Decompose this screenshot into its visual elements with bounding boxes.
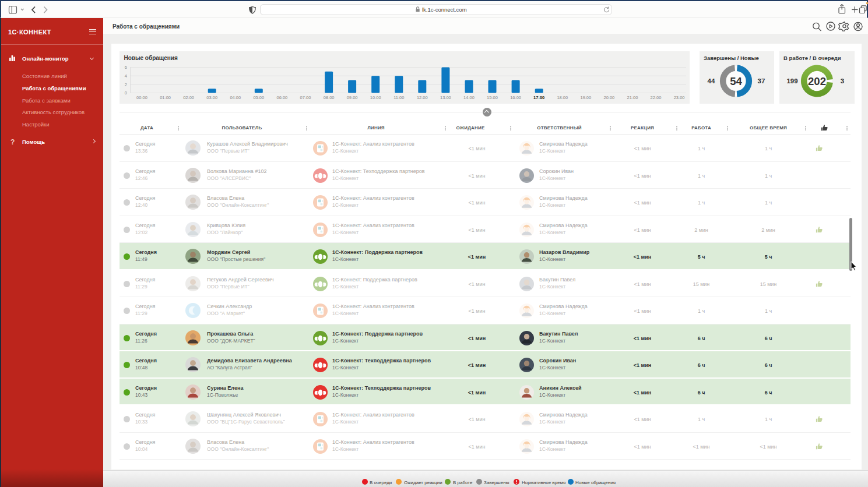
svg-text:202: 202 [808, 75, 826, 87]
svg-text:03:00: 03:00 [206, 95, 217, 100]
svg-text:08:00: 08:00 [324, 95, 335, 100]
svg-text:37: 37 [758, 77, 765, 84]
svg-text:22:00: 22:00 [651, 95, 662, 100]
svg-text:09:00: 09:00 [347, 95, 358, 100]
svg-text:02:00: 02:00 [183, 95, 194, 100]
svg-text:01:00: 01:00 [160, 95, 171, 100]
svg-text:07:00: 07:00 [300, 95, 311, 100]
svg-text:3: 3 [841, 77, 844, 84]
svg-text:199: 199 [786, 77, 797, 84]
svg-text:17:00: 17:00 [533, 95, 544, 100]
svg-text:2: 2 [125, 82, 127, 87]
svg-text:21:00: 21:00 [627, 95, 638, 100]
svg-text:06:00: 06:00 [277, 95, 288, 100]
svg-text:4: 4 [125, 73, 127, 79]
svg-text:16:00: 16:00 [510, 95, 521, 100]
svg-text:14:00: 14:00 [463, 95, 475, 100]
svg-text:11:00: 11:00 [393, 95, 404, 100]
svg-text:12:00: 12:00 [417, 95, 428, 100]
svg-text:05:00: 05:00 [253, 95, 264, 100]
svg-text:10:00: 10:00 [370, 95, 381, 100]
svg-text:00:00: 00:00 [136, 95, 147, 100]
svg-text:20:00: 20:00 [604, 95, 615, 100]
svg-text:44: 44 [708, 77, 715, 84]
svg-text:0: 0 [125, 90, 127, 96]
svg-text:54: 54 [730, 75, 742, 87]
svg-text:19:00: 19:00 [580, 95, 591, 100]
svg-text:13:00: 13:00 [440, 95, 451, 100]
svg-text:18:00: 18:00 [557, 95, 568, 100]
svg-text:04:00: 04:00 [230, 95, 241, 100]
svg-text:6: 6 [125, 65, 127, 70]
svg-text:15:00: 15:00 [487, 95, 498, 100]
svg-text:23:00: 23:00 [674, 95, 685, 100]
